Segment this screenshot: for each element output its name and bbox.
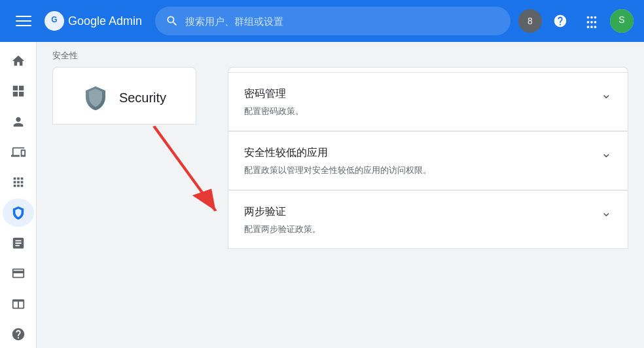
sidebar-item-security[interactable]	[3, 199, 34, 226]
settings-section-desc-3: 配置两步验证政策。	[244, 223, 612, 235]
user-badge[interactable]: 8	[518, 9, 542, 33]
settings-section-title-1: 密码管理	[244, 87, 286, 101]
apps-icon	[11, 175, 26, 189]
settings-section-password[interactable]: 密码管理 ⌄ 配置密码政策。	[228, 72, 628, 131]
home-icon	[11, 54, 26, 68]
settings-section-desc-2: 配置政策以管理对安全性较低的应用的访问权限。	[244, 164, 612, 176]
billing-icon	[11, 266, 26, 280]
search-input[interactable]	[185, 16, 500, 27]
settings-section-title-3: 两步验证	[244, 205, 286, 219]
domains-icon	[11, 297, 26, 311]
svg-text:S: S	[618, 14, 624, 25]
security-card-title: Security	[119, 90, 166, 106]
help-icon	[553, 14, 567, 28]
settings-section-header-1: 密码管理 ⌄	[244, 86, 612, 102]
devices-icon	[11, 145, 26, 159]
topbar-right: 8 S	[518, 8, 634, 34]
panels-wrapper: Security 密码管理 ⌄ 配置密码政策。	[37, 67, 644, 265]
breadcrumb-text: 安全性	[52, 50, 78, 60]
settings-list: 密码管理 ⌄ 配置密码政策。 安全性较低的应用 ⌄ 配置政策以管理对安全性较低的…	[228, 67, 628, 249]
breadcrumb: 安全性	[37, 42, 644, 67]
sidebar-item-support[interactable]	[3, 320, 34, 348]
main-layout: 安全性	[0, 42, 644, 348]
search-bar[interactable]	[155, 7, 510, 35]
security-icon	[11, 206, 26, 220]
users-icon	[11, 115, 26, 129]
menu-icon[interactable]	[10, 8, 37, 34]
chevron-down-icon-1: ⌄	[601, 86, 612, 102]
content-area: 安全性	[37, 42, 644, 348]
help-button[interactable]	[547, 8, 573, 34]
card-top-filler	[52, 67, 196, 72]
svg-rect-2	[16, 25, 31, 26]
sidebar-item-users[interactable]	[3, 108, 34, 136]
settings-section-title-2: 安全性较低的应用	[244, 146, 328, 160]
settings-section-desc-1: 配置密码政策。	[244, 106, 612, 117]
sidebar-item-dashboard[interactable]	[3, 77, 34, 105]
sidebar-item-devices[interactable]	[3, 138, 34, 166]
topbar: G Google Admin 8 S	[0, 0, 644, 42]
google-logo-icon: G	[45, 11, 64, 31]
security-shield-icon	[82, 85, 109, 111]
settings-section-header-2: 安全性较低的应用 ⌄	[244, 145, 612, 161]
settings-section-header-3: 两步验证 ⌄	[244, 204, 612, 220]
settings-section-2sv[interactable]: 两步验证 ⌄ 配置两步验证政策。	[228, 190, 628, 249]
settings-section-less-secure-apps[interactable]: 安全性较低的应用 ⌄ 配置政策以管理对安全性较低的应用的访问权限。	[228, 131, 628, 190]
grid-icon	[584, 14, 599, 28]
dashboard-icon	[11, 84, 26, 98]
apps-button[interactable]	[579, 8, 605, 34]
avatar-icon: S	[610, 9, 634, 33]
sidebar-item-domains[interactable]	[3, 290, 34, 317]
chevron-down-icon-2: ⌄	[601, 145, 612, 161]
chevron-down-icon-3: ⌄	[601, 204, 612, 220]
security-card-wrapper: Security	[52, 67, 212, 125]
sidebar-item-home[interactable]	[3, 47, 34, 75]
settings-top-filler	[228, 67, 628, 72]
search-icon	[166, 14, 179, 28]
logo-text: Google Admin	[68, 14, 142, 28]
sidebar	[0, 42, 37, 348]
avatar[interactable]: S	[610, 9, 634, 33]
svg-rect-1	[16, 20, 31, 22]
sidebar-item-apps[interactable]	[3, 168, 34, 196]
security-card[interactable]: Security	[52, 72, 196, 125]
support-icon	[11, 327, 26, 341]
logo: G Google Admin	[45, 11, 142, 31]
content-panels: Security 密码管理 ⌄ 配置密码政策。	[52, 67, 628, 249]
sidebar-item-reports[interactable]	[3, 229, 34, 257]
svg-text:G: G	[51, 15, 57, 24]
svg-rect-0	[16, 16, 31, 17]
reports-icon	[11, 236, 26, 250]
sidebar-item-billing[interactable]	[3, 260, 34, 287]
